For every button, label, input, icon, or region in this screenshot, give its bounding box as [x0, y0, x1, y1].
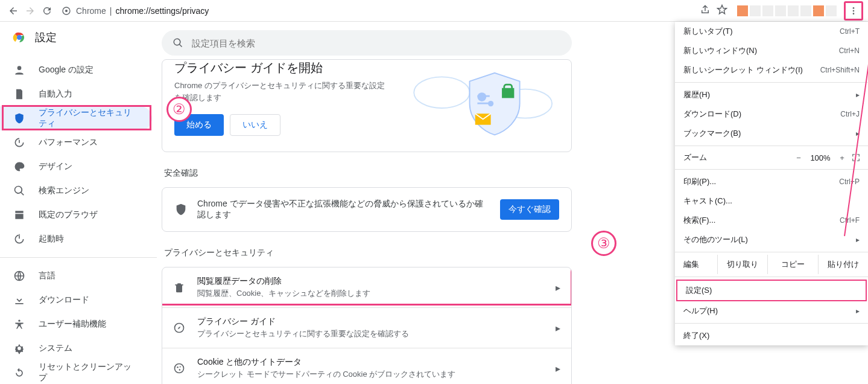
guide-title: プライバシー ガイドを開始 [174, 60, 402, 76]
sidebar-item-reset[interactable]: リセットとクリーンアップ [0, 360, 152, 384]
svg-point-24 [179, 369, 181, 371]
annotation-3: ③ [591, 231, 616, 256]
menu-more-tools[interactable]: その他のツール(L)▸ [675, 230, 868, 249]
sidebar-item-google[interactable]: Google の設定 [0, 58, 152, 82]
bookmark-star-icon[interactable] [717, 4, 727, 18]
sidebar-item-label: リセットとクリーンアップ [39, 362, 139, 383]
url-origin: Chrome [76, 6, 106, 16]
guide-illustration [402, 65, 559, 139]
menu-new-incognito[interactable]: 新しいシークレット ウィンドウ(I)Ctrl+Shift+N [675, 60, 868, 80]
menu-history[interactable]: 履歴(H)▸ [675, 85, 868, 104]
fullscreen-icon[interactable] [850, 153, 862, 162]
svg-point-8 [17, 66, 22, 70]
menu-cut[interactable]: 切り取り [717, 255, 767, 274]
chevron-right-icon: ▸ [556, 282, 560, 293]
site-info-icon[interactable] [60, 5, 72, 17]
guide-no-button[interactable]: いいえ [230, 114, 280, 136]
menu-help[interactable]: ヘルプ(H)▸ [675, 301, 868, 321]
zoom-value: 100% [806, 153, 834, 162]
sidebar-item-search[interactable]: 検索エンジン [0, 179, 152, 203]
compass-icon [173, 322, 186, 334]
search-icon [173, 37, 183, 48]
svg-point-23 [180, 366, 181, 368]
chrome-logo-icon [12, 30, 27, 45]
url-text: chrome://settings/privacy [115, 6, 209, 16]
address-bar[interactable]: Chrome | chrome://settings/privacy [60, 5, 695, 17]
settings-search[interactable] [162, 30, 572, 56]
svg-rect-16 [477, 95, 489, 97]
svg-point-18 [488, 101, 493, 106]
privacy-section-card: 閲覧履歴データの削除閲覧履歴、Cookie、キャッシュなどを削除します ▸ プラ… [162, 267, 572, 384]
svg-point-11 [414, 77, 469, 108]
sidebar-item-performance[interactable]: パフォーマンス [0, 130, 152, 155]
reload-button[interactable] [39, 2, 55, 19]
menu-bookmarks[interactable]: ブックマーク(B)▸ [675, 124, 868, 143]
safety-check-button[interactable]: 今すぐ確認 [500, 199, 559, 220]
sidebar-item-label: デザイン [39, 161, 72, 172]
row-desc: プライバシーとセキュリティに関する重要な設定を確認する [197, 328, 545, 339]
svg-point-22 [177, 366, 179, 368]
menu-edit-row: 編集 切り取り コピー 貼り付け [675, 255, 868, 274]
back-button[interactable] [5, 2, 22, 19]
chrome-menu-button[interactable] [844, 1, 863, 21]
extension-icons[interactable] [737, 5, 837, 16]
sidebar-item-system[interactable]: システム [0, 336, 152, 360]
menu-exit[interactable]: 終了(X) [675, 326, 868, 345]
sidebar-item-accessibility[interactable]: ユーザー補助機能 [0, 312, 152, 336]
svg-rect-17 [477, 103, 489, 104]
sidebar-item-startup[interactable]: 起動時 [0, 227, 152, 251]
guide-start-button[interactable]: 始める [174, 114, 224, 136]
menu-zoom: ズーム − 100% + [675, 149, 868, 167]
chrome-context-menu: 新しいタブ(T)Ctrl+T 新しいウィンドウ(N)Ctrl+N 新しいシークレ… [675, 22, 868, 345]
sidebar-item-downloads[interactable]: ダウンロード [0, 288, 152, 312]
svg-point-4 [853, 13, 855, 14]
sidebar-item-privacy[interactable]: プライバシーとセキュリティ [0, 106, 152, 130]
sidebar-item-appearance[interactable]: デザイン [0, 155, 152, 179]
sidebar-item-default-browser[interactable]: 既定のブラウザ [0, 203, 152, 227]
menu-new-tab[interactable]: 新しいタブ(T)Ctrl+T [675, 22, 868, 41]
menu-settings[interactable]: 設定(S) [676, 280, 867, 301]
svg-point-21 [175, 364, 184, 373]
sidebar-item-label: 起動時 [39, 234, 64, 245]
search-input[interactable] [192, 38, 561, 48]
row-desc: 閲覧履歴、Cookie、キャッシュなどを削除します [197, 288, 545, 299]
privacy-guide-row[interactable]: プライバシー ガイドプライバシーとセキュリティに関する重要な設定を確認する ▸ [162, 307, 571, 348]
menu-paste[interactable]: 貼り付け [818, 255, 868, 274]
menu-print[interactable]: 印刷(P)...Ctrl+P [675, 172, 868, 191]
svg-point-10 [18, 320, 20, 322]
forward-button[interactable] [22, 2, 39, 19]
menu-cast[interactable]: キャスト(C)... [675, 191, 868, 211]
sidebar-item-label: パフォーマンス [39, 137, 98, 148]
settings-sidebar: 設定 Google の設定 自動入力 プライバシーとセキュリティ パフォーマンス… [0, 22, 157, 384]
trash-icon [173, 281, 186, 293]
sidebar-item-label: プライバシーとセキュリティ [39, 107, 139, 129]
svg-point-3 [853, 10, 855, 11]
menu-copy[interactable]: コピー [767, 255, 817, 274]
zoom-out-button[interactable]: − [791, 153, 806, 162]
sidebar-item-label: システム [39, 343, 72, 354]
sidebar-item-language[interactable]: 言語 [0, 264, 152, 288]
privacy-guide-card: プライバシー ガイドを開始 Chrome のプライバシーとセキュリティに関する重… [162, 59, 572, 152]
menu-find[interactable]: 検索(F)...Ctrl+F [675, 211, 868, 230]
page-title: 設定 [35, 30, 57, 45]
cookie-icon [173, 362, 186, 374]
row-desc: シークレット モードでサードパーティの Cookie がブロックされています [197, 369, 545, 380]
menu-downloads[interactable]: ダウンロード(D)Ctrl+J [675, 104, 868, 124]
clear-browsing-data-row[interactable]: 閲覧履歴データの削除閲覧履歴、Cookie、キャッシュなどを削除します ▸ [162, 267, 571, 307]
sidebar-item-label: ダウンロード [39, 295, 89, 306]
chevron-right-icon: ▸ [556, 322, 560, 334]
privacy-heading: プライバシーとセキュリティ [164, 248, 574, 258]
cookies-row[interactable]: Cookie と他のサイトデータシークレット モードでサードパーティの Cook… [162, 348, 571, 384]
guide-desc: Chrome のプライバシーとセキュリティに関する重要な設定を確認します [174, 80, 391, 103]
zoom-in-button[interactable]: + [834, 153, 850, 162]
sidebar-item-label: Google の設定 [39, 65, 93, 75]
row-title: プライバシー ガイド [197, 316, 545, 327]
menu-dots-icon [849, 6, 858, 16]
row-title: Cookie と他のサイトデータ [197, 357, 545, 368]
sidebar-item-label: 言語 [39, 270, 55, 281]
browser-toolbar: Chrome | chrome://settings/privacy [0, 0, 868, 22]
chevron-right-icon: ▸ [556, 363, 560, 374]
share-icon[interactable] [700, 4, 711, 18]
sidebar-item-autofill[interactable]: 自動入力 [0, 82, 152, 106]
menu-new-window[interactable]: 新しいウィンドウ(N)Ctrl+N [675, 41, 868, 60]
